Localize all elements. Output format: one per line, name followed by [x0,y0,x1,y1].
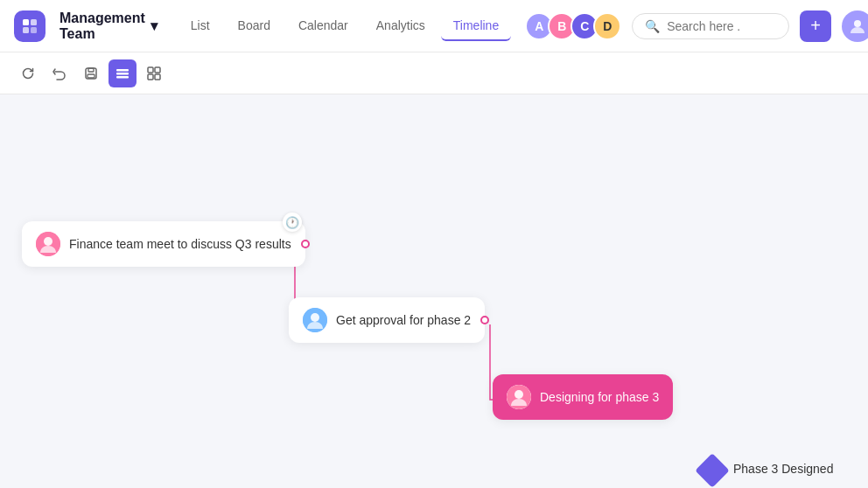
avatar: D [593,12,621,40]
diamond-icon [695,453,730,488]
tab-analytics[interactable]: Analytics [364,11,438,41]
svg-point-4 [854,20,861,27]
card-label: Get approval for phase 2 [336,313,471,327]
svg-rect-0 [23,19,29,25]
svg-rect-2 [23,27,29,33]
svg-rect-1 [31,19,37,25]
svg-rect-10 [116,76,129,79]
search-icon: 🔍 [645,19,660,33]
tab-calendar[interactable]: Calendar [286,11,360,41]
search-box[interactable]: 🔍 [632,13,789,39]
card-avatar [36,232,60,256]
project-title[interactable]: Management Team ▾ [60,10,158,42]
tab-timeline[interactable]: Timeline [441,11,511,41]
header-right: A B C D 🔍 + [525,10,868,42]
connection-dot [301,240,310,248]
connections-svg [0,94,868,488]
tab-board[interactable]: Board [226,11,283,41]
svg-rect-6 [88,68,94,72]
toolbar [0,52,868,94]
view-lines-button[interactable] [108,59,136,87]
svg-point-22 [514,390,523,399]
svg-rect-8 [116,69,129,72]
card-finance[interactable]: Finance team meet to discuss Q3 results … [22,221,305,267]
view-grid-button[interactable] [140,59,168,87]
card-avatar [507,385,531,409]
svg-rect-3 [31,27,37,33]
app-icon [14,10,46,42]
tab-list[interactable]: List [178,11,222,41]
card-avatar [303,308,327,332]
svg-rect-9 [116,73,129,75]
svg-rect-13 [148,74,153,80]
clock-icon: 🕐 [283,213,302,232]
svg-rect-12 [155,67,160,73]
card-label: Finance team meet to discuss Q3 results [69,237,291,251]
svg-point-18 [44,237,52,246]
canvas: Finance team meet to discuss Q3 results … [0,94,868,488]
save-button[interactable] [77,59,105,87]
search-input[interactable] [667,19,772,33]
connection-dot [480,316,489,324]
card-approval[interactable]: Get approval for phase 2 [289,297,485,343]
svg-rect-7 [88,74,94,78]
team-avatars: A B C D [525,12,621,40]
user-avatar[interactable] [842,10,868,42]
add-button[interactable]: + [800,10,831,42]
card-designing[interactable]: Designing for phase 3 [493,374,673,420]
nav-tabs: List Board Calendar Analytics Timeline [178,11,511,41]
svg-point-20 [311,313,319,322]
card-label: Designing for phase 3 [540,390,659,404]
undo-button[interactable] [46,59,74,87]
project-title-text: Management Team [60,10,145,42]
svg-rect-14 [155,74,160,80]
chevron-down-icon: ▾ [150,17,158,34]
svg-rect-11 [148,67,153,73]
header: Management Team ▾ List Board Calendar An… [0,0,868,52]
refresh-button[interactable] [14,59,42,87]
milestone-label: Phase 3 Designed [733,462,833,476]
